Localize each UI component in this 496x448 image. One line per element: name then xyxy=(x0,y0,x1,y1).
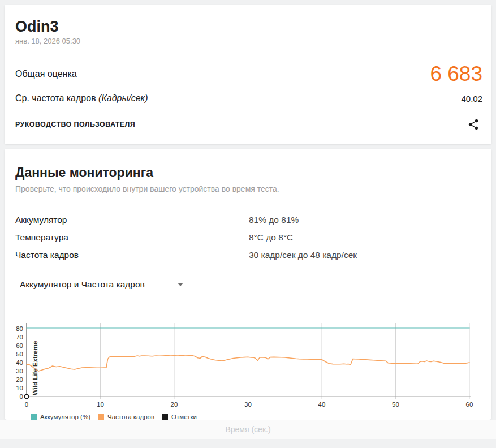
share-button[interactable] xyxy=(467,118,480,131)
monitoring-chart: 010203040506070800102030405060Wild Life … xyxy=(5,316,491,413)
result-card: Odin3 янв. 18, 2026 05:30 Общая оценка 6… xyxy=(5,5,491,144)
legend-item-marks: Отметки xyxy=(162,413,197,420)
monitoring-subtitle: Проверьте, что происходило внутри вашего… xyxy=(15,184,482,194)
user-guide-button[interactable]: РУКОВОДСТВО ПОЛЬЗОВАТЕЛЯ xyxy=(15,120,135,128)
battery-row-label: Аккумулятор xyxy=(15,215,249,225)
x-tick-label: 20 xyxy=(171,401,178,408)
y-tick-label: 30 xyxy=(16,368,23,374)
line-chart-canvas: 010203040506070800102030405060Wild Life … xyxy=(5,316,491,411)
battery-row-value: 81% до 81% xyxy=(249,215,482,225)
avg-fps-label: Ср. частота кадров (Кадры/сек) xyxy=(15,93,148,104)
y-tick-label: 0 xyxy=(20,393,23,400)
device-title: Odin3 xyxy=(15,5,482,35)
x-tick-label: 10 xyxy=(97,401,104,408)
monitoring-title: Данные мониторинга xyxy=(15,149,482,180)
overall-score-row: Общая оценка 6 683 xyxy=(15,63,482,85)
x-tick-label: 30 xyxy=(244,401,252,408)
overall-score-value: 6 683 xyxy=(430,63,482,85)
guide-row: РУКОВОДСТВО ПОЛЬЗОВАТЕЛЯ xyxy=(15,118,482,131)
marks-swatch-icon xyxy=(162,414,168,420)
legend-item-battery: Аккумулятор (%) xyxy=(31,413,90,420)
table-row: Частота кадров 30 кадр/сек до 48 кадр/се… xyxy=(15,246,482,264)
avg-fps-row: Ср. частота кадров (Кадры/сек) 40.02 xyxy=(15,93,482,104)
y-tick-label: 80 xyxy=(16,325,23,332)
legend-label-battery: Аккумулятор (%) xyxy=(40,413,90,420)
xaxis-label: Время (сек.) xyxy=(225,425,270,434)
legend-label-marks: Отметки xyxy=(171,413,197,420)
chart-series-dropdown[interactable]: Аккумулятор и Частота кадров xyxy=(17,278,191,296)
chart-annotation: Wild Life Extreme xyxy=(32,341,38,395)
xaxis-label-strip: Время (сек.) xyxy=(0,420,496,439)
marks-point xyxy=(25,395,29,399)
battery-swatch-icon xyxy=(31,414,37,420)
x-tick-label: 40 xyxy=(318,401,326,408)
avg-fps-label-text: Ср. частота кадров xyxy=(15,93,98,103)
y-tick-label: 50 xyxy=(16,351,23,357)
share-icon xyxy=(467,118,480,131)
legend-label-framerate: Частота кадров xyxy=(107,413,154,420)
y-tick-label: 10 xyxy=(16,385,23,391)
temperature-row-value: 8°C до 8°C xyxy=(249,232,482,243)
framerate-row-value: 30 кадр/сек до 48 кадр/сек xyxy=(249,250,482,260)
temperature-row-label: Температура xyxy=(15,232,249,243)
result-date: янв. 18, 2026 05:30 xyxy=(15,37,482,46)
framerate-row-label: Частота кадров xyxy=(15,250,249,260)
dropdown-selected-value: Аккумулятор и Частота кадров xyxy=(20,279,145,290)
y-tick-label: 20 xyxy=(16,376,23,383)
framerate-swatch-icon xyxy=(98,414,104,420)
avg-fps-label-unit: (Кадры/сек) xyxy=(98,93,148,103)
monitoring-rows: Аккумулятор 81% до 81% Температура 8°C д… xyxy=(15,211,482,264)
table-row: Температура 8°C до 8°C xyxy=(15,229,482,246)
table-row: Аккумулятор 81% до 81% xyxy=(15,211,482,229)
x-tick-label: 60 xyxy=(466,401,473,408)
legend-item-framerate: Частота кадров xyxy=(98,413,154,420)
y-tick-label: 60 xyxy=(16,342,23,349)
monitoring-card: Данные мониторинга Проверьте, что происх… xyxy=(5,149,491,420)
overall-score-label: Общая оценка xyxy=(15,69,77,79)
y-tick-label: 40 xyxy=(16,359,23,366)
avg-fps-value: 40.02 xyxy=(461,94,482,104)
x-tick-label: 0 xyxy=(25,401,28,408)
x-tick-label: 50 xyxy=(392,401,399,408)
chevron-down-icon xyxy=(178,283,183,286)
y-tick-label: 70 xyxy=(16,334,23,341)
